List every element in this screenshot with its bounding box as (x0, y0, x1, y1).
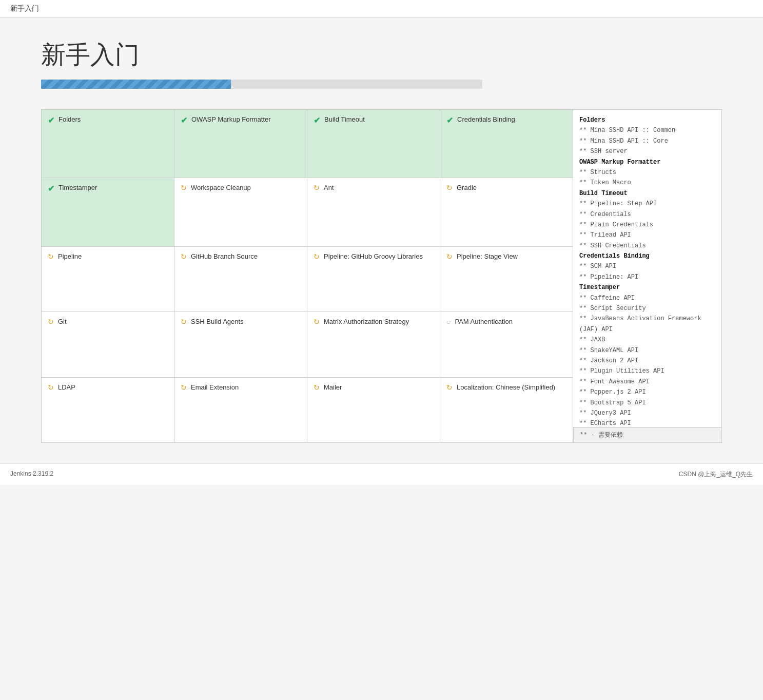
circle-icon: ○ (446, 318, 451, 326)
dep-item: ** JQuery3 API (579, 408, 715, 418)
dep-header: Build Timeout (579, 188, 715, 199)
dep-item: ** Pipeline: Step API (579, 199, 715, 209)
dep-item: ** Jackson 2 API (579, 356, 715, 366)
dep-item: ** SnakeYAML API (579, 345, 715, 356)
dep-item: ** Credentials (579, 209, 715, 220)
attribution: CSDN @上海_运维_Q先生 (679, 470, 753, 479)
plugin-name: PAM Authentication (455, 317, 513, 326)
dep-item: ** JAXB (579, 335, 715, 345)
refresh-icon: ↻ (48, 318, 54, 326)
plugin-cell: ↻Localization: Chinese (Simplified) (440, 377, 573, 442)
progress-bar-container (41, 80, 482, 89)
dep-item: ** SCM API (579, 261, 715, 271)
plugin-name: Pipeline: GitHub Groovy Libraries (324, 252, 423, 261)
plugin-name: SSH Build Agents (191, 317, 244, 326)
plugin-cell: ✔OWASP Markup Formatter (174, 110, 307, 178)
dep-item: ** Trilead API (579, 230, 715, 240)
dep-item: ** Caffeine API (579, 293, 715, 303)
dep-item: ** Token Macro (579, 178, 715, 188)
check-icon: ✔ (446, 115, 453, 125)
plugin-name: Build Timeout (324, 115, 365, 124)
refresh-icon: ↻ (48, 252, 54, 261)
main-content: 新手入门 ✔Folders✔OWASP Markup Formatter✔Bui… (0, 18, 763, 453)
dep-item: ** Mina SSHD API :: Common (579, 125, 715, 135)
dep-item: ** Script Security (579, 303, 715, 314)
refresh-icon: ↻ (181, 252, 187, 261)
refresh-icon: ↻ (446, 184, 453, 192)
refresh-icon: ↻ (446, 252, 453, 261)
refresh-icon: ↻ (446, 383, 453, 392)
page-title: 新手入门 (41, 38, 722, 71)
plugin-cell: ↻LDAP (42, 377, 174, 442)
refresh-icon: ↻ (314, 318, 320, 326)
plugin-cell: ✔Build Timeout (307, 110, 440, 178)
table-row: ✔Timestamper↻Workspace Cleanup↻Ant↻Gradl… (42, 178, 573, 246)
plugin-cell: ↻Git (42, 312, 174, 377)
table-row: ↻LDAP↻Email Extension↻Mailer↻Localizatio… (42, 377, 573, 442)
plugin-cell: ↻Workspace Cleanup (174, 178, 307, 246)
dep-header: OWASP Markup Formatter (579, 157, 715, 167)
plugin-cell: ✔Folders (42, 110, 174, 178)
plugin-cell: ↻SSH Build Agents (174, 312, 307, 377)
jenkins-version: Jenkins 2.319.2 (10, 470, 53, 479)
check-icon: ✔ (181, 115, 187, 125)
plugin-table: ✔Folders✔OWASP Markup Formatter✔Build Ti… (41, 109, 573, 443)
dep-item: ** JavaBeans Activation Framework (JAF) … (579, 314, 715, 335)
refresh-icon: ↻ (314, 252, 320, 261)
plugin-name: Workspace Cleanup (191, 183, 251, 192)
plugin-cell: ↻GitHub Branch Source (174, 246, 307, 312)
plugin-cell: ↻Email Extension (174, 377, 307, 442)
deps-footer: ** - 需要依赖 (573, 427, 722, 443)
dep-item: ** Mina SSHD API :: Core (579, 136, 715, 146)
plugin-cell: ✔Credentials Binding (440, 110, 573, 178)
dep-item: ** SSH Credentials (579, 241, 715, 251)
plugin-cell: ○PAM Authentication (440, 312, 573, 377)
plugin-cell: ↻Pipeline (42, 246, 174, 312)
plugin-cell: ↻Pipeline: GitHub Groovy Libraries (307, 246, 440, 312)
dep-item: ** Popper.js 2 API (579, 387, 715, 397)
plugin-name: Folders (58, 115, 81, 124)
dep-header: Credentials Binding (579, 251, 715, 261)
plugin-cell: ↻Pipeline: Stage View (440, 246, 573, 312)
table-row: ✔Folders✔OWASP Markup Formatter✔Build Ti… (42, 110, 573, 178)
plugin-cell: ↻Matrix Authorization Strategy (307, 312, 440, 377)
top-bar: 新手入门 (0, 0, 763, 18)
plugin-name: GitHub Branch Source (191, 252, 258, 261)
table-row: ↻Pipeline↻GitHub Branch Source↻Pipeline:… (42, 246, 573, 312)
plugin-cell: ↻Mailer (307, 377, 440, 442)
table-row: ↻Git↻SSH Build Agents↻Matrix Authorizati… (42, 312, 573, 377)
plugin-grid-wrapper: ✔Folders✔OWASP Markup Formatter✔Build Ti… (41, 109, 722, 443)
refresh-icon: ↻ (181, 318, 187, 326)
plugin-name: Matrix Authorization Strategy (324, 317, 409, 326)
refresh-icon: ↻ (48, 383, 54, 392)
progress-bar-fill (41, 80, 231, 89)
refresh-icon: ↻ (181, 184, 187, 192)
plugin-name: Mailer (324, 383, 342, 392)
plugin-name: Timestamper (58, 183, 97, 192)
check-icon: ✔ (314, 115, 320, 125)
plugin-cell: ↻Ant (307, 178, 440, 246)
dep-item: ** Structs (579, 167, 715, 178)
sidebar-deps-wrapper: Folders** Mina SSHD API :: Common** Mina… (573, 109, 722, 443)
plugin-name: LDAP (58, 383, 75, 392)
dep-item: ** Font Awesome API (579, 377, 715, 387)
dep-item: ** Plain Credentials (579, 220, 715, 230)
refresh-icon: ↻ (314, 184, 320, 192)
dep-item: ** Plugin Utilities API (579, 366, 715, 376)
dep-item: ** Pipeline: API (579, 272, 715, 282)
plugin-cell: ↻Gradle (440, 178, 573, 246)
dep-item: ** SSH server (579, 146, 715, 157)
sidebar-deps: Folders** Mina SSHD API :: Common** Mina… (573, 109, 722, 427)
plugin-name: Localization: Chinese (Simplified) (457, 383, 555, 392)
refresh-icon: ↻ (181, 383, 187, 392)
plugin-name: Pipeline (58, 252, 82, 261)
plugin-name: Email Extension (191, 383, 239, 392)
check-icon: ✔ (48, 115, 54, 125)
plugin-name: Pipeline: Stage View (457, 252, 518, 261)
dep-header: Folders (579, 115, 715, 125)
check-icon: ✔ (48, 184, 54, 193)
page-footer: Jenkins 2.319.2 CSDN @上海_运维_Q先生 (0, 463, 763, 485)
plugin-name: Gradle (457, 183, 477, 192)
plugin-name: Git (58, 317, 67, 326)
dep-header: Timestamper (579, 282, 715, 293)
